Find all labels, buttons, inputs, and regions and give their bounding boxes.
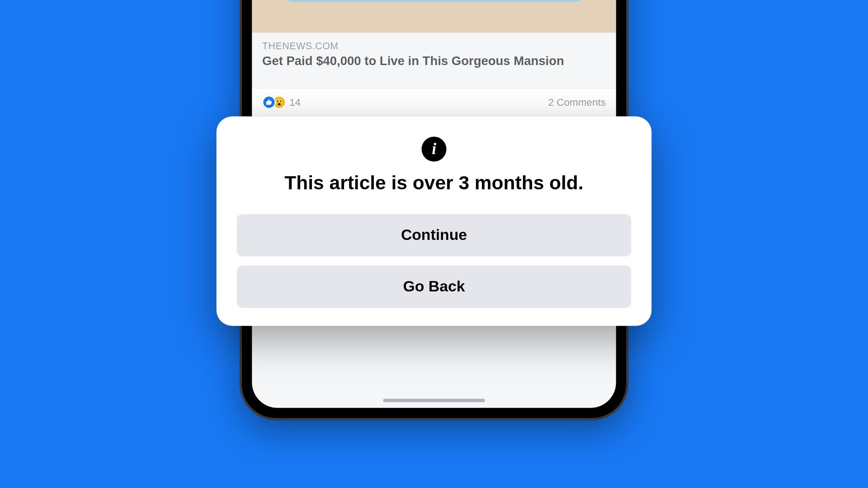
home-indicator[interactable] (383, 399, 485, 403)
go-back-button[interactable]: Go Back (237, 266, 632, 308)
like-reaction-icon (262, 95, 276, 109)
article-age-warning-modal: i This article is over 3 months old. Con… (217, 117, 652, 326)
modal-title: This article is over 3 months old. (237, 172, 632, 194)
info-icon: i (422, 137, 447, 162)
continue-button[interactable]: Continue (237, 214, 632, 257)
